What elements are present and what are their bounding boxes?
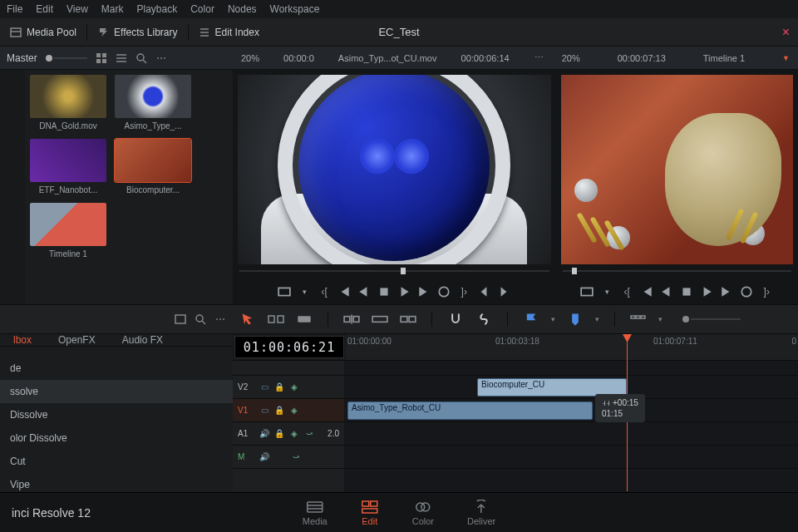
options-icon[interactable]: ⋯ [155, 52, 167, 64]
stop-icon[interactable] [377, 285, 391, 298]
mark-out-icon[interactable] [497, 285, 510, 298]
timeline-canvas[interactable] [561, 75, 793, 264]
link-icon[interactable] [475, 312, 492, 327]
source-clip-name[interactable]: Asimo_Typ...ot_CU.mov [338, 53, 437, 63]
edit-index-toggle[interactable]: Edit Index [189, 18, 269, 46]
menu-color[interactable]: Color [190, 3, 214, 15]
loop-icon[interactable] [437, 285, 451, 298]
close-icon[interactable]: × [774, 25, 798, 40]
media-pool-toggle[interactable]: Media Pool [0, 18, 86, 46]
blade-tool-icon[interactable] [296, 312, 313, 327]
bin-name[interactable]: Master [7, 52, 37, 64]
timeline-zoom-slider[interactable] [682, 316, 741, 323]
menu-file[interactable]: File [7, 3, 22, 15]
clip-v1[interactable]: Asimo_Type_Robot_CU [347, 401, 593, 420]
media-clip[interactable]: ETF_Nanobot... [30, 139, 106, 195]
stop-icon[interactable] [680, 285, 693, 298]
nav-edit[interactable]: Edit [361, 500, 379, 526]
auto-select-icon[interactable]: ◈ [289, 406, 299, 416]
clip-thumbnail[interactable] [30, 139, 106, 182]
track-enable-icon[interactable]: ▭ [259, 406, 269, 416]
track-header-m[interactable]: M 🔊 ⤻ [233, 446, 344, 469]
thumbnail-size-slider[interactable] [46, 55, 87, 62]
replace-icon[interactable] [400, 312, 416, 327]
media-clip[interactable]: Timeline 1 [30, 203, 106, 259]
chevron-down-icon[interactable]: ▾ [600, 285, 613, 298]
timecode-display[interactable]: 01:00:06:21 [234, 336, 344, 358]
tab-openfx[interactable]: OpenFX [45, 334, 109, 346]
curve-icon[interactable]: ⤻ [304, 429, 314, 439]
nav-color[interactable]: Color [412, 500, 434, 526]
bin-sidebar[interactable] [0, 70, 25, 304]
loop-icon[interactable] [740, 285, 753, 298]
track-header-v2[interactable]: V2 ▭ 🔒 ◈ [233, 376, 344, 399]
audio-icon[interactable]: 🔊 [259, 429, 269, 439]
play-icon[interactable] [397, 285, 411, 298]
timeline-zoom[interactable]: 20% [562, 53, 580, 63]
track-header-v1[interactable]: V1 ▭ 🔒 ◈ [233, 399, 344, 422]
skip-fwd-icon[interactable] [720, 285, 733, 298]
next-edit-icon[interactable]: ]› [457, 285, 470, 298]
insert-icon[interactable] [343, 312, 360, 327]
snap-icon[interactable] [447, 312, 464, 327]
effect-item[interactable]: Cut [0, 450, 233, 473]
lock-icon[interactable]: 🔒 [274, 406, 284, 416]
chevron-down-icon[interactable]: ▾ [298, 285, 311, 298]
nav-deliver[interactable]: Deliver [467, 500, 495, 526]
media-clip[interactable]: Biocomputer... [115, 139, 191, 195]
trim-tool-icon[interactable] [268, 312, 284, 327]
effect-item[interactable]: olor Dissolve [0, 426, 233, 450]
film-icon[interactable] [580, 285, 594, 298]
mark-in-icon[interactable] [477, 285, 490, 298]
clip-thumbnail[interactable] [115, 139, 191, 182]
auto-select-icon[interactable]: ◈ [289, 429, 299, 439]
menu-edit[interactable]: Edit [36, 3, 53, 15]
timeline-scrubber[interactable] [563, 266, 791, 276]
source-scrubber[interactable] [239, 266, 549, 276]
reverse-icon[interactable] [357, 285, 371, 298]
selection-tool-icon[interactable] [239, 312, 256, 327]
effect-item[interactable]: ssolve [0, 380, 233, 403]
skip-back-icon[interactable] [337, 285, 351, 298]
flag-icon[interactable] [523, 312, 539, 327]
source-zoom[interactable]: 20% [241, 53, 259, 63]
menu-workspace[interactable]: Workspace [270, 3, 320, 15]
more-icon[interactable]: ⋯ [214, 313, 226, 325]
timeline-name[interactable]: Timeline 1 [703, 53, 745, 63]
nav-media[interactable]: Media [303, 500, 328, 526]
tab-audiofx[interactable]: Audio FX [109, 334, 176, 346]
prev-edit-icon[interactable]: ‹[ [318, 285, 331, 298]
menu-mark[interactable]: Mark [101, 3, 124, 15]
overwrite-icon[interactable] [372, 312, 388, 327]
tab-toolbox[interactable]: lbox [0, 334, 45, 346]
curve-icon[interactable]: ⤻ [291, 452, 301, 462]
grid-view-icon[interactable] [96, 52, 107, 64]
track-lanes[interactable]: Biocomputer_CU Asimo_Type_Robot_CU ⫞⫞+00… [344, 361, 798, 492]
clip-thumbnail[interactable] [30, 203, 106, 246]
play-icon[interactable] [700, 285, 713, 298]
menu-nodes[interactable]: Nodes [228, 3, 257, 15]
audio-icon[interactable]: 🔊 [259, 452, 269, 462]
auto-select-icon[interactable]: ◈ [289, 382, 299, 392]
track-header-a1[interactable]: A1 🔊 🔒 ◈ ⤻ 2.0 [233, 422, 344, 446]
track-enable-icon[interactable]: ▭ [259, 382, 269, 392]
reverse-icon[interactable] [660, 285, 673, 298]
search-icon[interactable] [195, 313, 206, 325]
prev-edit-icon[interactable]: ‹[ [620, 285, 633, 298]
menu-view[interactable]: View [66, 3, 88, 15]
panel-menu-icon[interactable] [175, 313, 186, 325]
menu-playback[interactable]: Playback [137, 3, 178, 15]
lock-icon[interactable]: 🔒 [274, 429, 284, 439]
marker-icon[interactable] [567, 312, 584, 327]
lock-icon[interactable]: 🔒 [274, 382, 284, 392]
search-icon[interactable] [135, 52, 147, 64]
effect-item[interactable]: de [0, 357, 233, 380]
timeline-view-icon[interactable] [630, 312, 647, 327]
effect-item[interactable]: Dissolve [0, 403, 233, 426]
source-canvas[interactable] [238, 75, 551, 264]
media-clip[interactable]: DNA_Gold.mov [30, 75, 106, 131]
timeline-ruler[interactable]: 01:00:00:00 01:00:03:18 01:00:07:11 0 [346, 334, 798, 360]
skip-back-icon[interactable] [640, 285, 653, 298]
next-edit-icon[interactable]: ]› [760, 285, 773, 298]
effects-library-toggle[interactable]: Effects Library [87, 18, 187, 46]
